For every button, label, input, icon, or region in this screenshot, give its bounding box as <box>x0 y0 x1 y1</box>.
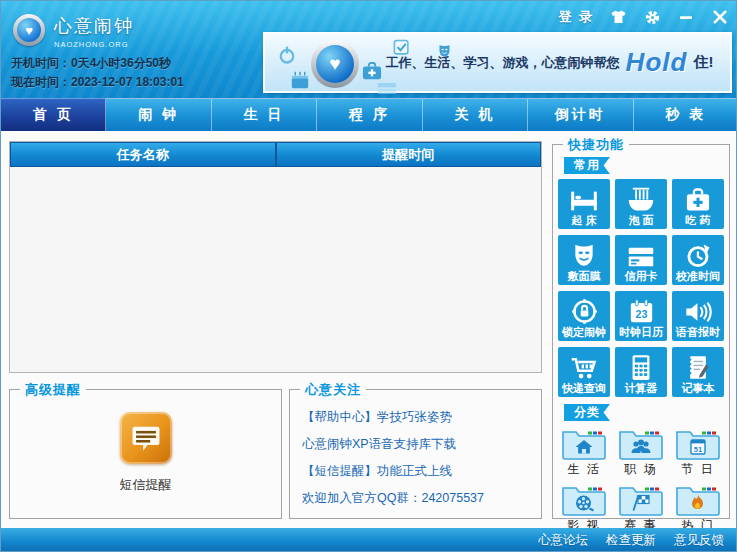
notepad-icon <box>685 354 711 381</box>
banner-clock-icon: ♥ <box>311 40 359 88</box>
quick-button-face-mask[interactable]: 敷面膜 <box>558 235 610 285</box>
advanced-reminder-panel: 高级提醒 短信提醒 <box>9 389 282 519</box>
quick-functions-panel: 快捷功能 常用 起 床 泡 面 吃 药 <box>552 144 730 519</box>
calculator-icon <box>629 354 653 381</box>
banner-heart-icon: ♥ <box>329 53 340 75</box>
svg-text:23: 23 <box>635 308 647 320</box>
lock-icon <box>571 298 598 325</box>
login-link[interactable]: 登 录 <box>558 8 594 26</box>
quick-button-label: 敷面膜 <box>568 270 601 283</box>
face-mask-icon <box>571 242 597 269</box>
shirt-icon[interactable] <box>608 7 628 27</box>
column-remind-time[interactable]: 提醒时间 <box>277 143 541 166</box>
quick-button-voice-time[interactable]: 语音报时 <box>672 291 724 341</box>
folder-matches[interactable]: 赛 事 <box>615 482 667 534</box>
cake-icon <box>289 70 311 90</box>
quick-button-calculator[interactable]: 计算器 <box>615 347 667 397</box>
focus-link-voice-pack[interactable]: 心意闹钟XP语音支持库下载 <box>302 431 533 458</box>
focus-link-sms-launch[interactable]: 【短信提醒】功能正式上线 <box>302 458 533 485</box>
calendar-folder-icon: 51 <box>675 426 721 460</box>
flag-folder-icon <box>618 482 664 516</box>
quick-button-sync-time[interactable]: 校准时间 <box>672 235 724 285</box>
quick-button-label: 校准时间 <box>676 270 720 283</box>
close-icon[interactable] <box>710 7 730 27</box>
tagline-prefix: 工作、生活、学习、游戏，心意闹钟帮您 <box>386 54 620 72</box>
people-folder-icon <box>618 426 664 460</box>
quick-button-express-query[interactable]: 快递查询 <box>558 347 610 397</box>
film-folder-icon <box>561 482 607 516</box>
quick-button-lock-alarm[interactable]: 锁定闹钟 <box>558 291 610 341</box>
calendar-icon: 23 <box>628 298 655 325</box>
clock-sync-icon <box>685 242 712 269</box>
app-title: 心意闹钟 <box>54 14 134 38</box>
common-buttons-grid: 起 床 泡 面 吃 药 敷面膜 <box>558 179 724 397</box>
column-task-name[interactable]: 任务名称 <box>11 143 275 166</box>
medkit-icon <box>684 187 712 213</box>
flame-folder-icon <box>675 482 721 516</box>
speaker-icon <box>684 299 712 325</box>
current-time-label: 现在时间： <box>11 75 71 89</box>
quick-button-noodles[interactable]: 泡 面 <box>615 179 667 229</box>
gear-icon[interactable] <box>642 7 662 27</box>
folder-label: 生 活 <box>567 461 600 478</box>
folder-label: 节 日 <box>681 461 714 478</box>
content-area: 任务名称 提醒时间 高级提醒 短信提醒 心意关注 【帮助中心】学技巧张姿势 心意… <box>1 131 737 528</box>
heart-icon: ♥ <box>25 24 33 37</box>
quick-button-wake-up[interactable]: 起 床 <box>558 179 610 229</box>
quick-button-credit-card[interactable]: 信用卡 <box>615 235 667 285</box>
svg-text:51: 51 <box>694 445 702 454</box>
common-badge: 常用 <box>564 157 610 174</box>
footer-link-forum[interactable]: 心意论坛 <box>538 532 588 549</box>
quick-button-clock-calendar[interactable]: 23 时钟日历 <box>615 291 667 341</box>
sms-reminder-label: 短信提醒 <box>10 476 281 494</box>
focus-panel: 心意关注 【帮助中心】学技巧张姿势 心意闹钟XP语音支持库下载 【短信提醒】功能… <box>289 389 542 519</box>
advanced-reminder-title: 高级提醒 <box>20 381 86 399</box>
quick-button-label: 泡 面 <box>628 214 653 227</box>
quick-button-label: 语音报时 <box>676 326 720 339</box>
bed-icon <box>570 189 598 213</box>
header: ♥ 心意闹钟 NAOZHONG.ORG 开机时间：0天4小时36分50秒 现在时… <box>1 1 737 98</box>
tab-birthday[interactable]: 生 日 <box>212 98 317 131</box>
minimize-icon[interactable] <box>676 7 696 27</box>
promo-banner: ♥ 工作、生活、学习、游戏，心意闹钟帮您 Hold 住! <box>263 32 732 93</box>
boot-time-label: 开机时间： <box>11 56 71 70</box>
home-folder-icon <box>561 426 607 460</box>
quick-button-label: 吃 药 <box>685 214 710 227</box>
boot-time-value: 0天4小时36分50秒 <box>71 56 171 70</box>
quick-button-label: 锁定闹钟 <box>562 326 606 339</box>
tab-home[interactable]: 首 页 <box>1 98 106 131</box>
folder-hot[interactable]: 热 门 <box>672 482 724 534</box>
task-table: 任务名称 提醒时间 <box>9 141 542 373</box>
tab-shutdown[interactable]: 关 机 <box>423 98 528 131</box>
folder-movies[interactable]: 影 视 <box>558 482 610 534</box>
focus-link-help-center[interactable]: 【帮助中心】学技巧张姿势 <box>302 404 533 431</box>
sms-reminder-button[interactable] <box>120 412 172 464</box>
footer-bar: 心意论坛 检查更新 意见反馈 <box>1 528 737 552</box>
cart-icon <box>570 356 598 381</box>
folder-label: 职 场 <box>624 461 657 478</box>
app-window: ♥ 心意闹钟 NAOZHONG.ORG 开机时间：0天4小时36分50秒 现在时… <box>0 0 737 552</box>
quick-button-label: 时钟日历 <box>619 326 663 339</box>
tagline-suffix: 住! <box>693 53 713 72</box>
footer-link-check-update[interactable]: 检查更新 <box>606 532 656 549</box>
footer-link-feedback[interactable]: 意见反馈 <box>674 532 724 549</box>
quick-button-label: 计算器 <box>625 382 658 395</box>
tab-countdown[interactable]: 倒计时 <box>528 98 633 131</box>
category-badge: 分类 <box>564 404 610 421</box>
folder-life[interactable]: 生 活 <box>558 426 610 478</box>
tab-program[interactable]: 程 序 <box>317 98 422 131</box>
task-table-body[interactable] <box>10 169 541 372</box>
sms-bubble-icon <box>129 421 163 455</box>
app-logo: ♥ 心意闹钟 NAOZHONG.ORG <box>13 14 134 49</box>
current-time-value: 2023-12-07 18:03:01 <box>71 75 184 89</box>
folder-workplace[interactable]: 职 场 <box>615 426 667 478</box>
app-subtitle: NAOZHONG.ORG <box>54 40 134 49</box>
quick-button-label: 信用卡 <box>625 270 658 283</box>
quick-button-notepad[interactable]: 记事本 <box>672 347 724 397</box>
tab-stopwatch[interactable]: 秒 表 <box>634 98 737 131</box>
tab-alarm[interactable]: 闹 钟 <box>106 98 211 131</box>
quick-button-medicine[interactable]: 吃 药 <box>672 179 724 229</box>
main-tabbar: 首 页 闹 钟 生 日 程 序 关 机 倒计时 秒 表 <box>1 98 737 131</box>
folder-festival[interactable]: 51 节 日 <box>672 426 724 478</box>
focus-link-qq-group[interactable]: 欢迎加入官方QQ群：242075537 <box>302 485 533 512</box>
